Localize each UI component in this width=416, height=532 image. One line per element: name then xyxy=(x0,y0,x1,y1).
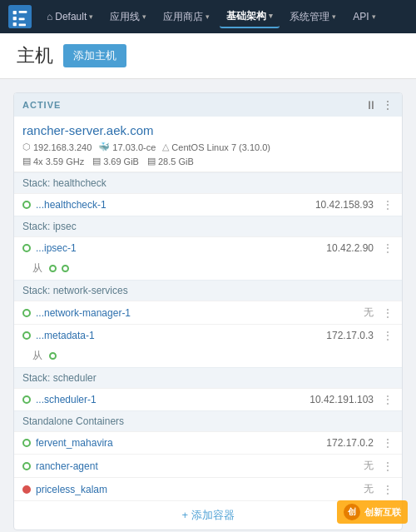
host-card-header: ACTIVE ⏸ ⋮ xyxy=(14,93,402,117)
host-cpu: ▤ 4x 3.59 GHz xyxy=(22,156,84,167)
add-container-button[interactable]: + 添加容器 xyxy=(181,508,234,523)
table-row: ...metadata-1 172.17.0.3 ⋮ xyxy=(14,324,402,346)
disk-icon: ▤ xyxy=(147,156,156,167)
svg-rect-6 xyxy=(19,23,26,26)
nav-default[interactable]: ⌂ Default ▾ xyxy=(40,7,100,26)
sub-label: 从 xyxy=(32,261,42,276)
chevron-icon: ▾ xyxy=(269,12,273,20)
stack-healthcheck-header: Stack: healthcheck xyxy=(14,173,402,193)
host-os: CentOS Linux 7 (3.10.0) xyxy=(171,142,270,152)
status-dot xyxy=(22,395,31,404)
main-content: ACTIVE ⏸ ⋮ rancher-server.aek.com ⬡ 192.… xyxy=(0,79,416,532)
container-name[interactable]: priceless_kalam xyxy=(36,484,302,495)
nav-app-store[interactable]: 应用商店 ▾ xyxy=(156,7,216,27)
host-ram: ▤ 3.69 GiB xyxy=(92,156,139,167)
status-dot xyxy=(22,485,31,494)
cpu-icon: ▤ xyxy=(22,156,31,167)
nav-app-line[interactable]: 应用线 ▾ xyxy=(103,7,153,27)
watermark-logo: 创 xyxy=(344,504,360,520)
status-dot xyxy=(22,462,31,470)
table-row: ...healthcheck-1 10.42.158.93 ⋮ xyxy=(14,193,402,216)
container-name[interactable]: ...ipsec-1 xyxy=(36,242,302,254)
host-status-label: ACTIVE xyxy=(22,100,61,110)
chevron-icon: ▾ xyxy=(89,12,93,21)
container-name[interactable]: rancher-agent xyxy=(36,460,302,472)
svg-rect-3 xyxy=(13,22,17,26)
container-ip: 10.42.191.103 xyxy=(307,394,374,405)
svg-rect-2 xyxy=(13,17,17,20)
host-docker-item: 🐳 17.03.0-ce xyxy=(98,142,156,152)
page-header: 主机 添加主机 xyxy=(0,33,416,79)
pause-icon[interactable]: ⏸ xyxy=(365,98,377,112)
host-info: rancher-server.aek.com ⬡ 192.168.3.240 🐳… xyxy=(14,117,402,172)
sub-label: 从 xyxy=(32,349,42,363)
container-name[interactable]: fervent_mahavira xyxy=(36,437,302,449)
more-icon[interactable]: ⋮ xyxy=(382,483,394,496)
nav-infra[interactable]: 基础架构 ▾ xyxy=(220,6,280,28)
more-icon[interactable]: ⋮ xyxy=(382,329,394,342)
more-icon[interactable]: ⋮ xyxy=(382,393,394,406)
stack-network-services: Stack: network-services ...network-manag… xyxy=(14,280,402,367)
table-row: ...ipsec-1 10.42.2.90 ⋮ xyxy=(14,236,402,259)
container-name[interactable]: ...scheduler-1 xyxy=(36,394,302,405)
stack-ipsec-header: Stack: ipsec xyxy=(14,216,402,236)
status-dot xyxy=(22,201,31,209)
more-icon[interactable]: ⋮ xyxy=(382,98,394,112)
ram-icon: ▤ xyxy=(92,156,101,167)
page-title: 主机 xyxy=(17,43,53,68)
sub-dot xyxy=(49,265,57,272)
container-name[interactable]: ...network-manager-1 xyxy=(36,307,302,319)
nav-api[interactable]: API ▾ xyxy=(346,7,382,26)
more-icon[interactable]: ⋮ xyxy=(382,241,394,255)
host-os-item: △ CentOS Linux 7 (3.10.0) xyxy=(162,142,270,152)
docker-icon: 🐳 xyxy=(98,142,110,152)
chevron-icon: ▾ xyxy=(206,12,210,21)
container-ip: 10.42.158.93 xyxy=(307,199,374,211)
watermark-text: 创新互联 xyxy=(364,506,401,519)
add-host-button[interactable]: 添加主机 xyxy=(63,44,126,67)
svg-rect-1 xyxy=(13,11,17,14)
sub-row-ipsec: 从 xyxy=(14,259,402,280)
container-ip: 无 xyxy=(307,482,374,496)
nav-sys-mgmt[interactable]: 系统管理 ▾ xyxy=(283,7,343,27)
stack-ipsec: Stack: ipsec ...ipsec-1 10.42.2.90 ⋮ 从 xyxy=(14,216,402,280)
host-name[interactable]: rancher-server.aek.com xyxy=(22,123,394,137)
host-docker: 17.03.0-ce xyxy=(112,142,156,152)
host-ip-item: ⬡ 192.168.3.240 xyxy=(22,142,92,152)
sub-row-network: 从 xyxy=(14,346,402,367)
network-icon: ⬡ xyxy=(22,142,31,152)
svg-rect-4 xyxy=(19,11,27,13)
container-ip: 无 xyxy=(307,459,374,473)
sub-dot xyxy=(49,352,57,360)
stack-healthcheck: Stack: healthcheck ...healthcheck-1 10.4… xyxy=(14,172,402,216)
table-row: priceless_kalam 无 ⋮ xyxy=(14,477,402,500)
host-meta: ⬡ 192.168.3.240 🐳 17.03.0-ce △ CentOS Li… xyxy=(22,142,394,152)
chevron-icon: ▾ xyxy=(142,12,146,21)
host-ip: 192.168.3.240 xyxy=(33,142,92,152)
host-header-actions: ⏸ ⋮ xyxy=(365,98,394,112)
more-icon[interactable]: ⋮ xyxy=(382,460,394,473)
host-specs: ▤ 4x 3.59 GHz ▤ 3.69 GiB ▤ 28.5 GiB xyxy=(22,156,394,167)
container-ip: 172.17.0.2 xyxy=(307,437,374,449)
status-dot xyxy=(22,244,31,252)
home-icon: ⌂ xyxy=(47,11,52,22)
more-icon[interactable]: ⋮ xyxy=(382,306,394,320)
stack-scheduler-header: Stack: scheduler xyxy=(14,368,402,388)
table-row: ...scheduler-1 10.42.191.103 ⋮ xyxy=(14,388,402,410)
stack-scheduler: Stack: scheduler ...scheduler-1 10.42.19… xyxy=(14,367,402,410)
container-name[interactable]: ...healthcheck-1 xyxy=(36,199,302,211)
stack-network-services-header: Stack: network-services xyxy=(14,281,402,301)
os-icon: △ xyxy=(162,142,169,152)
status-dot xyxy=(22,309,31,317)
top-nav: ⌂ Default ▾ 应用线 ▾ 应用商店 ▾ 基础架构 ▾ 系统管理 ▾ A… xyxy=(0,0,416,33)
sub-dot xyxy=(62,265,69,272)
container-name[interactable]: ...metadata-1 xyxy=(36,330,302,341)
host-disk: ▤ 28.5 GiB xyxy=(147,156,194,167)
nav-logo xyxy=(8,5,32,28)
table-row: fervent_mahavira 172.17.0.2 ⋮ xyxy=(14,431,402,454)
container-ip: 10.42.2.90 xyxy=(307,242,374,254)
more-icon[interactable]: ⋮ xyxy=(382,436,394,450)
host-card: ACTIVE ⏸ ⋮ rancher-server.aek.com ⬡ 192.… xyxy=(13,92,403,530)
more-icon[interactable]: ⋮ xyxy=(382,198,394,211)
status-dot xyxy=(22,439,31,447)
